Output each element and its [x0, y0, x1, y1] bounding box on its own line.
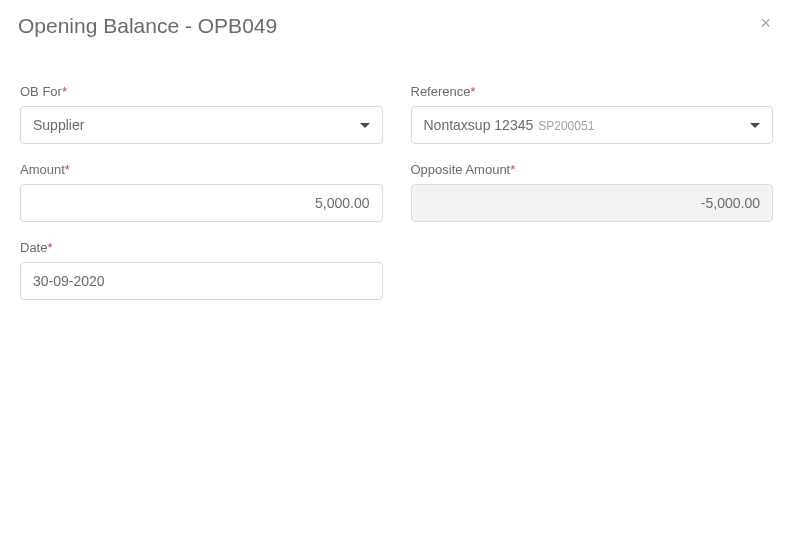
reference-label-text: Reference [411, 84, 471, 99]
amount-group: Amount* [20, 162, 383, 222]
ob-for-selected-text: Supplier [33, 117, 84, 133]
opposite-amount-value: -5,000.00 [701, 195, 760, 211]
chevron-down-icon [360, 123, 370, 128]
ob-for-select[interactable]: Supplier [20, 106, 383, 144]
date-group: Date* [20, 240, 383, 300]
required-mark: * [510, 162, 515, 177]
ob-for-label: OB For* [20, 84, 383, 99]
reference-selected-main: Nontaxsup 12345 [424, 117, 534, 133]
modal-header: Opening Balance - OPB049 × [0, 0, 793, 46]
ob-for-value: Supplier [33, 117, 352, 133]
form-body: OB For* Supplier Reference* Nontaxsup 12… [0, 46, 793, 320]
reference-selected-sub: SP200051 [538, 119, 594, 133]
close-icon: × [760, 13, 771, 33]
reference-label: Reference* [411, 84, 774, 99]
required-mark: * [470, 84, 475, 99]
opposite-amount-group: Opposite Amount* -5,000.00 [411, 162, 774, 222]
amount-input[interactable] [20, 184, 383, 222]
opposite-amount-field: -5,000.00 [411, 184, 774, 222]
opposite-amount-label-text: Opposite Amount [411, 162, 511, 177]
ob-for-label-text: OB For [20, 84, 62, 99]
opposite-amount-label: Opposite Amount* [411, 162, 774, 177]
amount-label-text: Amount [20, 162, 65, 177]
chevron-down-icon [750, 123, 760, 128]
required-mark: * [65, 162, 70, 177]
required-mark: * [47, 240, 52, 255]
close-button[interactable]: × [756, 14, 775, 32]
date-label-text: Date [20, 240, 47, 255]
reference-select[interactable]: Nontaxsup 12345 SP200051 [411, 106, 774, 144]
page-title: Opening Balance - OPB049 [18, 14, 277, 38]
ob-for-group: OB For* Supplier [20, 84, 383, 144]
date-label: Date* [20, 240, 383, 255]
reference-value: Nontaxsup 12345 SP200051 [424, 117, 743, 133]
date-input[interactable] [20, 262, 383, 300]
reference-group: Reference* Nontaxsup 12345 SP200051 [411, 84, 774, 144]
required-mark: * [62, 84, 67, 99]
amount-label: Amount* [20, 162, 383, 177]
